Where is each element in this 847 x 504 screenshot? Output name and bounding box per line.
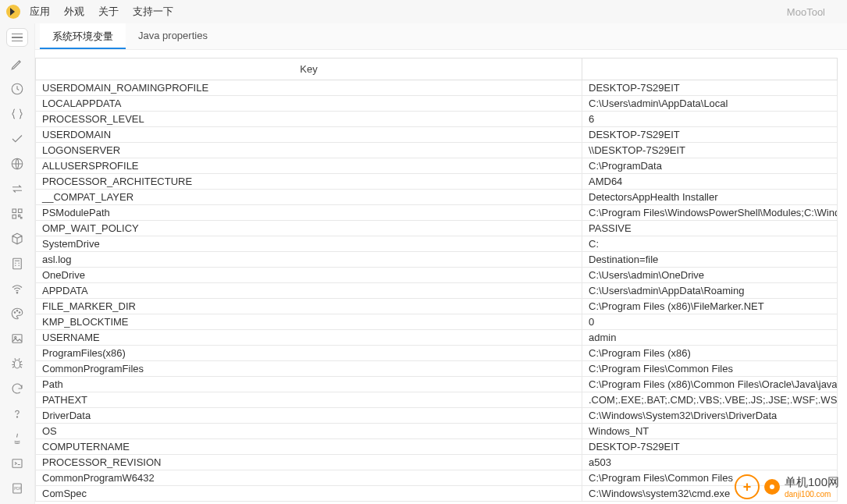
table-container[interactable]: Key USERDOMAIN_ROAMINGPROFILEDESKTOP-7S2… bbox=[35, 50, 847, 504]
tab-env-vars[interactable]: 系统环境变量 bbox=[40, 23, 126, 49]
main-menu: 应用 外观 关于 支持一下 bbox=[30, 5, 173, 19]
table-row[interactable]: ComSpecC:\Windows\system32\cmd.exe bbox=[36, 486, 838, 502]
cell-value: C:\Windows\System32\Drivers\DriverData bbox=[582, 408, 838, 424]
table-row[interactable]: PATHEXT.COM;.EXE;.BAT;.CMD;.VBS;.VBE;.JS… bbox=[36, 392, 838, 408]
table-row[interactable]: PROCESSOR_LEVEL6 bbox=[36, 112, 838, 127]
svg-rect-3 bbox=[19, 209, 23, 213]
braces-icon[interactable] bbox=[9, 106, 25, 122]
clock-icon[interactable] bbox=[9, 81, 25, 97]
svg-rect-12 bbox=[12, 335, 22, 343]
menu-app[interactable]: 应用 bbox=[30, 5, 50, 19]
table-row[interactable]: ALLUSERSPROFILEC:\ProgramData bbox=[36, 158, 838, 174]
check-icon[interactable] bbox=[9, 131, 25, 147]
cell-key: ALLUSERSPROFILE bbox=[36, 158, 582, 174]
cell-value: C: bbox=[582, 236, 838, 252]
table-row[interactable]: PathC:\Program Files (x86)\Common Files\… bbox=[36, 377, 838, 392]
tab-java-properties[interactable]: Java properties bbox=[126, 23, 220, 49]
svg-point-9 bbox=[14, 312, 16, 314]
table-row[interactable]: COMPUTERNAMEDESKTOP-7S29EIT bbox=[36, 439, 838, 455]
cell-key: LOGONSERVER bbox=[36, 143, 582, 158]
content: 系统环境变量 Java properties Key USERDOMAIN_RO… bbox=[34, 23, 847, 504]
cell-value: C:\Users\admin\OneDrive bbox=[582, 268, 838, 283]
convert-icon[interactable] bbox=[9, 181, 25, 197]
hamburger-icon[interactable] bbox=[6, 28, 28, 47]
calc-icon[interactable] bbox=[9, 256, 25, 272]
env-table: Key USERDOMAIN_ROAMINGPROFILEDESKTOP-7S2… bbox=[35, 58, 838, 502]
table-row[interactable]: CommonProgramW6432C:\Program Files\Commo… bbox=[36, 470, 838, 486]
cell-key: OMP_WAIT_POLICY bbox=[36, 221, 582, 236]
cell-value: .COM;.EXE;.BAT;.CMD;.VBS;.VBE;.JS;.JSE;.… bbox=[582, 392, 838, 408]
app-logo-icon bbox=[6, 5, 20, 19]
table-row[interactable]: asl.logDestination=file bbox=[36, 252, 838, 268]
cell-key: FILE_MARKER_DIR bbox=[36, 299, 582, 314]
table-row[interactable]: PSModulePathC:\Program Files\WindowsPowe… bbox=[36, 205, 838, 221]
table-row[interactable]: LOGONSERVER\\DESKTOP-7S29EIT bbox=[36, 143, 838, 158]
wifi-icon[interactable] bbox=[9, 281, 25, 296]
cell-key: asl.log bbox=[36, 252, 582, 268]
pdf-icon[interactable]: PDF bbox=[9, 481, 25, 496]
table-row[interactable]: USERNAMEadmin bbox=[36, 330, 838, 346]
cell-key: ComSpec bbox=[36, 486, 582, 502]
svg-rect-6 bbox=[21, 218, 23, 219]
globe-icon[interactable] bbox=[9, 156, 25, 172]
table-row[interactable]: DriverDataC:\Windows\System32\Drivers\Dr… bbox=[36, 408, 838, 424]
help-icon[interactable] bbox=[9, 406, 25, 421]
cell-key: SystemDrive bbox=[36, 236, 582, 252]
cell-key: Path bbox=[36, 377, 582, 392]
cell-key: USERNAME bbox=[36, 330, 582, 346]
table-row[interactable]: FILE_MARKER_DIRC:\Program Files (x86)\Fi… bbox=[36, 299, 838, 314]
column-key[interactable]: Key bbox=[36, 59, 582, 80]
svg-point-15 bbox=[16, 417, 17, 417]
table-row[interactable]: SystemDriveC: bbox=[36, 236, 838, 252]
table-row[interactable]: CommonProgramFilesC:\Program Files\Commo… bbox=[36, 361, 838, 377]
table-row[interactable]: USERDOMAINDESKTOP-7S29EIT bbox=[36, 127, 838, 143]
table-row[interactable]: APPDATAC:\Users\admin\AppData\Roaming bbox=[36, 283, 838, 299]
cell-key: CommonProgramFiles bbox=[36, 361, 582, 377]
svg-rect-7 bbox=[13, 258, 22, 269]
table-row[interactable]: ProgramFiles(x86)C:\Program Files (x86) bbox=[36, 346, 838, 361]
svg-rect-2 bbox=[12, 209, 16, 213]
cell-value: \\DESKTOP-7S29EIT bbox=[582, 143, 838, 158]
palette-icon[interactable] bbox=[9, 306, 25, 321]
cell-key: PROCESSOR_ARCHITECTURE bbox=[36, 174, 582, 190]
table-row[interactable]: USERDOMAIN_ROAMINGPROFILEDESKTOP-7S29EIT bbox=[36, 80, 838, 96]
cell-value: C:\Users\admin\AppData\Roaming bbox=[582, 283, 838, 299]
table-row[interactable]: OneDriveC:\Users\admin\OneDrive bbox=[36, 268, 838, 283]
table-row[interactable]: KMP_BLOCKTIME0 bbox=[36, 314, 838, 330]
cell-value: C:\ProgramData bbox=[582, 158, 838, 174]
svg-text:PDF: PDF bbox=[14, 487, 21, 491]
pencil-icon[interactable] bbox=[9, 56, 25, 72]
table-row[interactable]: PROCESSOR_ARCHITECTUREAMD64 bbox=[36, 174, 838, 190]
qrcode-icon[interactable] bbox=[9, 206, 25, 222]
cell-key: PROCESSOR_LEVEL bbox=[36, 112, 582, 127]
svg-point-11 bbox=[19, 312, 20, 314]
main: PDF 系统环境变量 Java properties Key USERDOMAI… bbox=[0, 23, 847, 504]
table-row[interactable]: __COMPAT_LAYERDetectorsAppHealth Install… bbox=[36, 190, 838, 205]
menu-appearance[interactable]: 外观 bbox=[64, 5, 84, 19]
image-icon[interactable] bbox=[9, 331, 25, 346]
cell-value: C:\Program Files\Common Files bbox=[582, 470, 838, 486]
table-row[interactable]: LOCALAPPDATAC:\Users\admin\AppData\Local bbox=[36, 96, 838, 112]
cell-value: Destination=file bbox=[582, 252, 838, 268]
cell-value: admin bbox=[582, 330, 838, 346]
bug-icon[interactable] bbox=[9, 356, 25, 371]
cube-icon[interactable] bbox=[9, 231, 25, 247]
svg-rect-4 bbox=[12, 215, 16, 219]
cell-key: DriverData bbox=[36, 408, 582, 424]
column-value[interactable] bbox=[582, 59, 838, 80]
table-row[interactable]: PROCESSOR_REVISIONa503 bbox=[36, 455, 838, 470]
cell-value: Windows_NT bbox=[582, 424, 838, 439]
table-row[interactable]: OMP_WAIT_POLICYPASSIVE bbox=[36, 221, 838, 236]
menu-about[interactable]: 关于 bbox=[98, 5, 119, 19]
cell-key: PATHEXT bbox=[36, 392, 582, 408]
cell-value: AMD64 bbox=[582, 174, 838, 190]
cell-value: DESKTOP-7S29EIT bbox=[582, 127, 838, 143]
java-icon[interactable] bbox=[9, 431, 25, 446]
svg-point-14 bbox=[14, 360, 20, 369]
cell-key: USERDOMAIN_ROAMINGPROFILE bbox=[36, 80, 582, 96]
table-row[interactable]: OSWindows_NT bbox=[36, 424, 838, 439]
menu-support[interactable]: 支持一下 bbox=[133, 5, 173, 19]
terminal-icon[interactable] bbox=[9, 456, 25, 471]
cell-value: C:\Program Files (x86)\FileMarker.NET bbox=[582, 299, 838, 314]
refresh-icon[interactable] bbox=[9, 381, 25, 396]
